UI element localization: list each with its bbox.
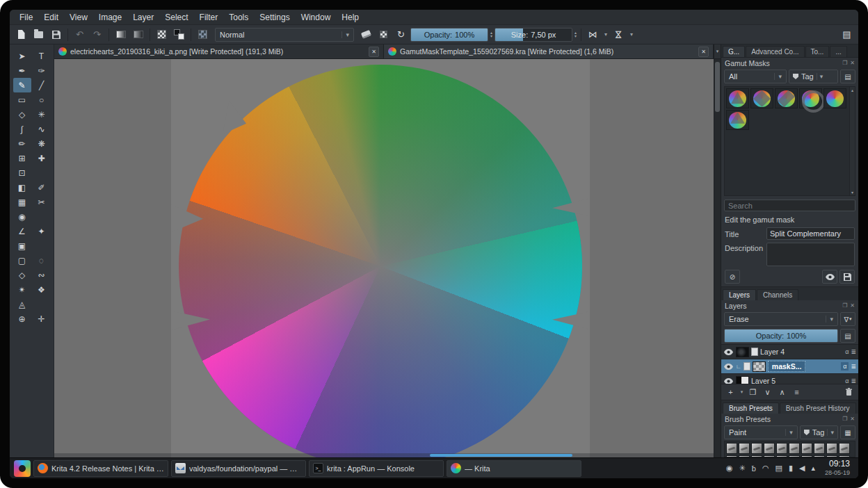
tag-filter-button[interactable]: Tag ▾ xyxy=(789,70,838,83)
close-docker-icon[interactable]: ✕ xyxy=(850,60,855,66)
tab-channels[interactable]: Channels xyxy=(757,289,798,300)
tool-crop-icon[interactable]: ⊡ xyxy=(13,165,31,180)
task-kmail[interactable]: valdyas/foundation/paypal — KM... xyxy=(171,460,306,477)
menu-image[interactable]: Image xyxy=(93,11,127,24)
menu-help[interactable]: Help xyxy=(336,11,364,24)
brush-preset-6[interactable] xyxy=(789,443,800,454)
tool-freehand-path-icon[interactable]: ∿ xyxy=(33,122,51,136)
tool-freehand-brush-icon[interactable]: ✎ xyxy=(13,78,31,92)
menu-select[interactable]: Select xyxy=(159,11,193,24)
tool-dynamic-brush-icon[interactable]: ✏ xyxy=(13,136,31,151)
tab-brush-preset-history[interactable]: Brush Preset History xyxy=(780,402,856,414)
blending-mode-select[interactable]: Normal ▾ xyxy=(215,28,354,42)
docker-tab-more[interactable]: ... xyxy=(830,46,846,57)
fill-pattern-button[interactable] xyxy=(195,27,211,42)
layer-properties-button[interactable]: ≡ xyxy=(790,386,803,399)
mirror-horizontal-options[interactable]: ▾ xyxy=(602,27,609,42)
tool-select-bezier-icon[interactable]: ◬ xyxy=(13,297,31,311)
tool-smart-patch-icon[interactable]: ✂ xyxy=(33,195,51,209)
alpha-lock-icon[interactable]: α xyxy=(841,362,849,371)
gradient-fill-button[interactable] xyxy=(130,27,146,42)
tool-measure-icon[interactable]: ✦ xyxy=(33,224,51,238)
delete-layer-button[interactable] xyxy=(842,386,855,399)
mask-filter-select[interactable]: All ▾ xyxy=(724,70,787,83)
task-firefox[interactable]: Krita 4.2 Release Notes | Krita - ... xyxy=(33,460,168,477)
open-document-button[interactable] xyxy=(31,27,47,42)
app-launcher-button[interactable] xyxy=(14,460,31,477)
layer-name[interactable]: Layer 4 xyxy=(760,348,785,356)
tab-brush-presets[interactable]: Brush Presets xyxy=(723,402,779,414)
opacity-slider[interactable]: Opacity:100% xyxy=(410,28,488,42)
layer-row[interactable]: Layer 4α≣ xyxy=(721,345,858,359)
tool-move-icon[interactable]: ✚ xyxy=(33,151,51,165)
move-layer-up-button[interactable]: ∧ xyxy=(775,386,789,399)
tool-rectangle-icon[interactable]: ▭ xyxy=(13,92,31,107)
tray-volume-icon[interactable]: ◀ xyxy=(799,464,805,473)
mirror-vertical-options[interactable]: ▾ xyxy=(628,27,635,42)
mask-list-scrollbar[interactable]: ▴▾ xyxy=(849,87,855,195)
layer-visibility-icon[interactable] xyxy=(723,349,734,355)
task-krita[interactable]: — Krita xyxy=(447,460,581,477)
gamut-mask-4[interactable] xyxy=(799,88,822,108)
add-layer-button[interactable]: + xyxy=(724,386,737,399)
tool-pan-icon[interactable]: ✛ xyxy=(33,311,51,326)
mask-title-input[interactable] xyxy=(766,227,855,240)
scroll-down-icon[interactable]: ▾ xyxy=(851,190,853,195)
vertical-scrollbar-thumb[interactable] xyxy=(715,62,720,112)
tool-gradient-icon[interactable]: ◧ xyxy=(13,180,31,195)
layer-thumbnail[interactable] xyxy=(753,361,766,372)
float-docker-icon[interactable]: ❐ xyxy=(842,302,847,309)
tool-select-freehand-icon[interactable]: ∾ xyxy=(33,268,51,282)
layer-filter-button[interactable]: ∇▾ xyxy=(840,312,855,326)
add-layer-options[interactable]: ▾ xyxy=(739,386,745,399)
tab-layers[interactable]: Layers xyxy=(723,289,756,300)
mirror-vertical-button[interactable]: ⋈ xyxy=(611,26,627,42)
menu-tools[interactable]: Tools xyxy=(223,11,254,24)
document-tab[interactable]: electrichearts_20190316_kiki_a.png [Writ… xyxy=(54,44,384,58)
tool-edit-shapes-icon[interactable]: ✒ xyxy=(13,63,31,78)
gamut-mask-2[interactable] xyxy=(750,88,773,108)
tool-pattern-edit-icon[interactable]: ▦ xyxy=(13,195,31,209)
tool-bezier-curve-icon[interactable]: ∫ xyxy=(13,122,31,136)
mask-search-input[interactable] xyxy=(724,200,855,211)
brush-size-slider[interactable]: Size:7,50 px xyxy=(495,28,572,42)
layer-row[interactable]: ∟maskS...α≣ xyxy=(721,359,858,374)
clock[interactable]: 09:13 28-05-19 xyxy=(825,459,850,476)
gamut-mask-6[interactable] xyxy=(726,110,749,130)
brush-preset-4[interactable] xyxy=(764,443,775,454)
layer-name[interactable]: Layer 5 xyxy=(751,377,775,384)
tool-calligraphy-icon[interactable]: ✑ xyxy=(33,63,51,78)
menu-view[interactable]: View xyxy=(64,11,93,24)
workspace-chooser-button[interactable]: ▤ xyxy=(839,27,855,42)
brush-preset-7[interactable] xyxy=(801,443,812,454)
tool-assistants-icon[interactable]: ∠ xyxy=(13,224,31,238)
preserve-alpha-button[interactable] xyxy=(376,27,392,42)
brush-tag-button[interactable]: Tag ▾ xyxy=(800,425,838,439)
size-spin-buttons[interactable]: ▴▾ xyxy=(574,31,577,38)
brush-view-mode-button[interactable]: ▦ xyxy=(840,425,855,439)
menu-edit[interactable]: Edit xyxy=(38,11,64,24)
alpha-lock-icon[interactable]: α xyxy=(845,377,849,384)
brush-preset-5[interactable] xyxy=(776,443,787,454)
docker-tab-advancedco[interactable]: Advanced Co... xyxy=(746,46,804,57)
tool-select-contiguous-icon[interactable]: ❖ xyxy=(33,282,51,297)
close-docker-icon[interactable]: ✕ xyxy=(850,416,855,422)
float-docker-icon[interactable]: ❐ xyxy=(842,60,847,66)
tool-multibrush-icon[interactable]: ❋ xyxy=(33,136,51,151)
canvas-horizontal-scrollbar[interactable] xyxy=(54,453,714,457)
layer-visibility-icon[interactable] xyxy=(723,364,734,370)
undo-button[interactable]: ↶ xyxy=(72,27,88,42)
brush-preset-9[interactable] xyxy=(826,443,837,454)
pattern-chooser-button[interactable] xyxy=(154,27,170,42)
tool-color-sampler-icon[interactable]: ✐ xyxy=(33,180,51,195)
layer-style-icon[interactable]: ≣ xyxy=(851,348,856,355)
gamut-mask-3[interactable] xyxy=(775,88,798,108)
opacity-spin-buttons[interactable]: ▴▾ xyxy=(490,31,492,38)
tool-select-elliptical-icon[interactable]: ◌ xyxy=(33,253,51,268)
document-tab[interactable]: GamutMaskTemplate_1559027569.kra [Write … xyxy=(384,44,714,58)
mirror-horizontal-button[interactable]: ⋈ xyxy=(585,27,601,42)
tool-select-polygonal-icon[interactable]: ◇ xyxy=(13,268,31,282)
canvas-vertical-scrollbar[interactable]: ▾ xyxy=(714,44,721,457)
tray-settings-icon[interactable]: ✳ xyxy=(739,464,746,473)
float-docker-icon[interactable]: ❐ xyxy=(842,416,847,422)
